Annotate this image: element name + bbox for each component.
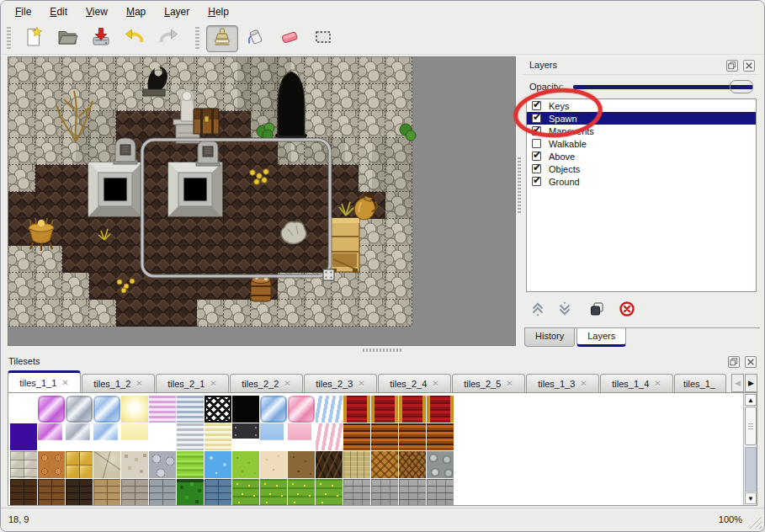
menu-edit[interactable]: Edit xyxy=(40,3,77,20)
close-tab-icon[interactable]: ✕ xyxy=(61,378,68,387)
scroll-up-button[interactable]: ▲ xyxy=(745,394,757,406)
palette-tile-curtain-red[interactable] xyxy=(343,396,370,423)
close-tab-icon[interactable]: ✕ xyxy=(432,379,438,388)
palette-tile-brick-gray[interactable] xyxy=(149,479,176,506)
tileset-tab-tiles_2_1[interactable]: tiles_2_1✕ xyxy=(156,374,229,392)
opacity-slider[interactable] xyxy=(573,85,753,89)
tab-scroll-left-button[interactable]: ◀ xyxy=(731,374,744,392)
layer-row-mapevents[interactable]: ✔Mapevents xyxy=(527,125,756,137)
palette-tile-stripes-pink[interactable] xyxy=(149,396,176,423)
palette-tile-hedge[interactable] xyxy=(177,479,204,506)
new-map-button[interactable] xyxy=(18,25,50,52)
palette-tile-glow-yellow[interactable] xyxy=(121,396,148,423)
palette-tile-curtain-red[interactable] xyxy=(399,396,426,423)
palette-tile-crystal-blue-sm[interactable] xyxy=(93,423,120,450)
open-map-button[interactable] xyxy=(51,25,83,52)
close-panel-button[interactable] xyxy=(743,60,755,72)
tab-scroll-right-button[interactable]: ▶ xyxy=(745,374,757,392)
move-layer-down-button[interactable] xyxy=(555,299,575,319)
palette-tile-purple-solid[interactable] xyxy=(10,423,37,450)
layer-row-keys[interactable]: ✔Keys xyxy=(527,99,756,112)
palette-tile-pink-solid[interactable] xyxy=(288,423,315,450)
palette-tile-crystal-purple-sm[interactable] xyxy=(38,423,65,450)
tileset-tab-tiles_1_3[interactable]: tiles_1_3✕ xyxy=(526,374,599,392)
palette-tile-grass-bright[interactable] xyxy=(177,451,204,478)
close-tab-icon[interactable]: ✕ xyxy=(580,379,587,388)
window-resize-grip[interactable] xyxy=(749,516,762,529)
palette-tile-grassflower[interactable] xyxy=(288,479,315,506)
palette-tile-stripes-gray[interactable] xyxy=(177,423,204,450)
tileset-tab-tiles_1_4[interactable]: tiles_1_4✕ xyxy=(600,374,673,392)
palette-tile-stripes-yellow2[interactable] xyxy=(205,423,231,450)
layer-row-objects[interactable]: ✔Objects xyxy=(527,162,756,175)
palette-tile-planks-gray[interactable] xyxy=(343,479,370,506)
layer-row-walkable[interactable]: Walkable xyxy=(527,137,756,150)
redo-button[interactable] xyxy=(152,25,184,52)
palette-tile-empty[interactable] xyxy=(149,423,176,450)
layer-row-spawn[interactable]: ✔Spawn xyxy=(527,112,756,125)
toolbar-grip-2[interactable] xyxy=(195,27,199,51)
palette-tile-crystal-blue2[interactable] xyxy=(260,396,287,423)
palette-tile-cobble-orange[interactable] xyxy=(38,451,65,478)
palette-tile-sand[interactable] xyxy=(260,451,287,478)
close-tab-icon[interactable]: ✕ xyxy=(654,379,661,388)
float-panel-button[interactable] xyxy=(726,60,738,72)
close-tilesets-button[interactable] xyxy=(745,356,757,368)
palette-tile-metal-plate[interactable] xyxy=(232,423,259,450)
map-canvas[interactable] xyxy=(8,57,515,345)
layer-visibility-checkbox[interactable]: ✔ xyxy=(532,152,541,161)
palette-tile-stone-blocks[interactable] xyxy=(10,451,37,478)
layer-visibility-checkbox[interactable]: ✔ xyxy=(532,101,541,110)
palette-tile-lattice[interactable] xyxy=(205,396,231,423)
palette-tile-herringbone[interactable] xyxy=(399,451,426,478)
eraser-tool-button[interactable] xyxy=(274,25,305,52)
palette-scrollbar[interactable]: ▲ ▼ xyxy=(743,393,757,505)
palette-tile-brick-graystone[interactable] xyxy=(121,479,148,506)
layer-visibility-checkbox[interactable]: ✔ xyxy=(532,164,541,173)
close-tab-icon[interactable]: ✕ xyxy=(284,379,290,388)
palette-tile-grass[interactable] xyxy=(232,451,259,478)
palette-tile-brick-brown[interactable] xyxy=(38,479,65,506)
palette-tile-dirt[interactable] xyxy=(288,451,315,478)
palette-tile-brick-darkbrown[interactable] xyxy=(10,479,37,506)
delete-layer-button[interactable] xyxy=(617,299,637,319)
palette-tile-brick-tan[interactable] xyxy=(93,479,120,506)
palette-tile-crystal-blue[interactable] xyxy=(93,396,120,423)
tileset-tab-tiles_1_1[interactable]: tiles_1_1✕ xyxy=(8,370,81,392)
scroll-down-button[interactable]: ▼ xyxy=(745,492,757,504)
palette-tile-grassflower[interactable] xyxy=(260,479,287,506)
palette-tile-planks-gray[interactable] xyxy=(427,479,454,506)
palette-tile-brick-blue[interactable] xyxy=(205,479,231,506)
palette-tile-pale-yellow[interactable] xyxy=(121,423,148,450)
palette-tile-curtain-red[interactable] xyxy=(427,396,454,423)
vertical-splitter[interactable] xyxy=(516,56,523,346)
layer-visibility-checkbox[interactable]: ✔ xyxy=(532,126,541,136)
palette-tile-crystal-pink[interactable] xyxy=(288,396,315,423)
layer-row-ground[interactable]: ✔Ground xyxy=(527,175,756,188)
layer-visibility-checkbox[interactable]: ✔ xyxy=(532,177,541,186)
palette-tile-crystal-purple[interactable] xyxy=(38,396,65,423)
palette-tile-tile-yellow[interactable] xyxy=(66,451,93,478)
palette-tile-stripes-blue[interactable] xyxy=(177,396,204,423)
palette-tile-pebbles[interactable] xyxy=(121,451,148,478)
palette-tile-crystal-gray-sm[interactable] xyxy=(66,423,93,450)
tab-layers[interactable]: Layers xyxy=(576,328,626,347)
palette-tile-grassflower[interactable] xyxy=(316,479,343,506)
palette-tile-empty[interactable] xyxy=(10,396,37,423)
layer-visibility-checkbox[interactable] xyxy=(532,139,541,148)
close-tab-icon[interactable]: ✕ xyxy=(358,379,364,388)
menu-file[interactable]: File xyxy=(6,3,40,20)
close-tab-icon[interactable]: ✕ xyxy=(135,379,142,388)
toolbar-grip[interactable] xyxy=(7,27,11,51)
palette-tile-flag-blue[interactable] xyxy=(316,396,343,423)
tileset-tab-tiles_1_2[interactable]: tiles_1_2✕ xyxy=(82,374,155,392)
select-tool-button[interactable] xyxy=(307,25,339,52)
palette-tile-black[interactable] xyxy=(232,396,259,423)
palette-tile-flag-pink[interactable] xyxy=(316,423,343,450)
menu-layer[interactable]: Layer xyxy=(155,3,199,20)
tab-history[interactable]: History xyxy=(524,328,575,347)
tileset-tab-tiles_2_5[interactable]: tiles_2_5✕ xyxy=(452,374,525,392)
move-layer-up-button[interactable] xyxy=(528,299,548,319)
palette-tile-crystal-gray[interactable] xyxy=(66,396,93,423)
palette-tile-logs[interactable] xyxy=(427,451,454,478)
